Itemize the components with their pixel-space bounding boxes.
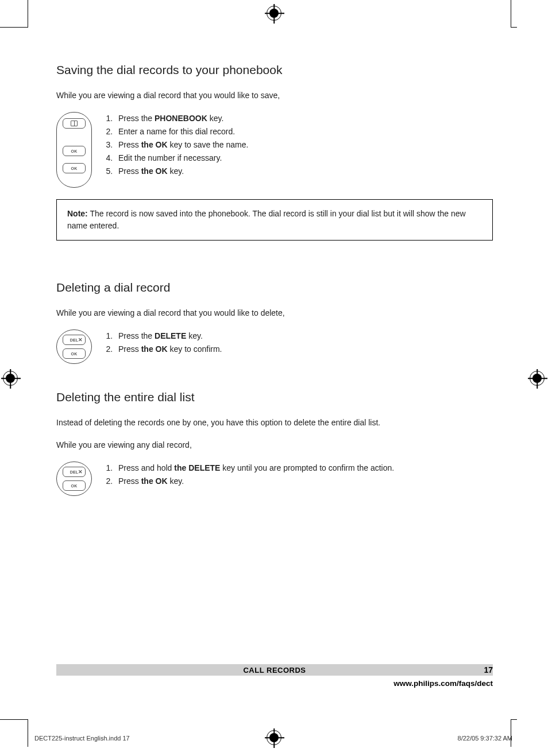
step-list: Press and hold the DELETE key until you … (102, 462, 394, 488)
section-heading: Deleting a dial record (56, 281, 493, 294)
crop-mark-icon (0, 719, 28, 720)
step-list: Press the PHONEBOOK key. Enter a name fo… (102, 112, 248, 178)
registration-mark-icon (267, 6, 281, 21)
note-box: Note: The record is now saved into the p… (56, 199, 493, 241)
registration-mark-icon (530, 371, 545, 386)
section-intro: Instead of deleting the records one by o… (56, 417, 493, 429)
note-label: Note: (67, 209, 88, 218)
slug-timestamp: 8/22/05 9:37:32 AM (458, 735, 512, 742)
crop-mark-icon (511, 0, 511, 28)
list-item: Press the PHONEBOOK key. (115, 112, 248, 125)
key-capsule-icon: OK OK (56, 112, 92, 188)
ok-key-icon: OK (63, 348, 86, 359)
ok-key-icon: OK (63, 146, 86, 156)
step-list: Press the DELETE key. Press the OK key t… (102, 329, 222, 356)
section-intro: While you are viewing a dial record that… (56, 307, 493, 319)
ok-key-icon: OK (63, 163, 86, 173)
page: Saving the dial records to your phoneboo… (0, 0, 548, 756)
key-capsule-icon: DEL✕ OK (56, 329, 92, 364)
instruction-block: DEL✕ OK Press the DELETE key. Press the … (56, 329, 493, 364)
list-item: Press the OK key. (115, 475, 394, 488)
crop-mark-icon (0, 27, 28, 28)
list-item: Press the OK key to save the name. (115, 138, 248, 152)
section-heading: Deleting the entire dial list (56, 390, 493, 404)
section-heading: Saving the dial records to your phoneboo… (56, 63, 493, 77)
section-intro: While you are viewing any dial record, (56, 439, 493, 451)
crop-mark-icon (511, 27, 517, 28)
crop-mark-icon (28, 719, 28, 747)
phonebook-key-icon (63, 118, 86, 129)
footer-bar: CALL RECORDS (56, 664, 493, 676)
page-number: 17 (484, 664, 493, 676)
slug-line: DECT225-instruct English.indd 17 8/22/05… (34, 735, 512, 742)
list-item: Edit the number if necessary. (115, 152, 248, 165)
page-content: Saving the dial records to your phoneboo… (56, 63, 493, 507)
slug-filename: DECT225-instruct English.indd 17 (34, 735, 130, 742)
crop-mark-icon (511, 719, 517, 720)
delete-key-icon: DEL✕ (63, 467, 86, 477)
footer-url: www.philips.com/faqs/dect (56, 679, 493, 688)
instruction-block: DEL✕ OK Press and hold the DELETE key un… (56, 462, 493, 496)
instruction-block: OK OK Press the PHONEBOOK key. Enter a n… (56, 112, 493, 188)
crop-mark-icon (28, 0, 28, 28)
page-footer: CALL RECORDS 17 www.philips.com/faqs/dec… (56, 664, 493, 688)
key-capsule-icon: DEL✕ OK (56, 462, 92, 496)
section-intro: While you are viewing a dial record that… (56, 90, 493, 102)
list-item: Press the DELETE key. (115, 329, 222, 343)
list-item: Press the OK key to confirm. (115, 343, 222, 356)
list-item: Enter a name for this dial record. (115, 125, 248, 138)
ok-key-icon: OK (63, 480, 86, 491)
delete-key-icon: DEL✕ (63, 335, 86, 345)
crop-mark-icon (511, 719, 511, 747)
registration-mark-icon (3, 371, 18, 386)
list-item: Press and hold the DELETE key until you … (115, 462, 394, 475)
list-item: Press the OK key. (115, 165, 248, 178)
note-body: The record is now saved into the phonebo… (67, 209, 466, 230)
